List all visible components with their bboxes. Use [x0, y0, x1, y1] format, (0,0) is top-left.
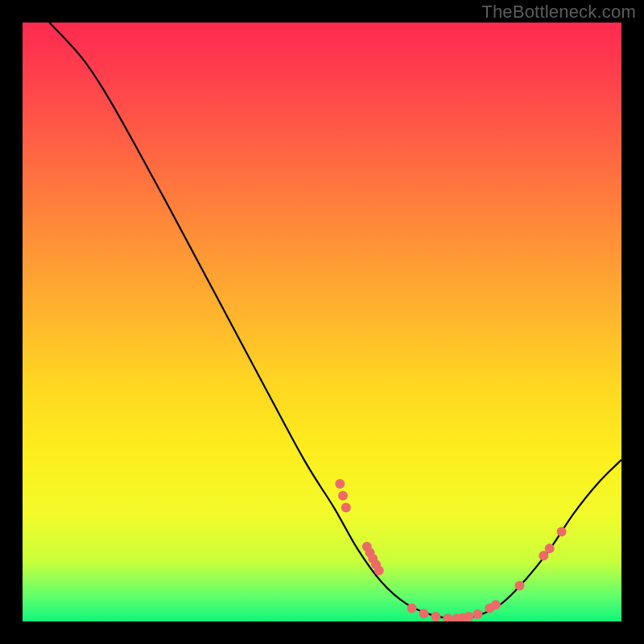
- curve-marker-dot: [419, 609, 429, 618]
- curve-marker-dot: [374, 566, 384, 576]
- curve-marker-dot: [335, 479, 345, 489]
- curve-marker-dot: [473, 609, 482, 619]
- bottleneck-curve: [50, 23, 622, 618]
- curve-marker-dot: [464, 612, 473, 621]
- curve-marker-dot: [341, 503, 351, 513]
- plot-area: [23, 23, 621, 621]
- curve-marker-dot: [515, 580, 525, 590]
- chart-frame: TheBottleneck.com: [0, 0, 644, 644]
- curve-marker-dot: [443, 613, 452, 621]
- curve-marker-dot: [431, 612, 440, 621]
- watermark-text: TheBottleneck.com: [481, 2, 636, 23]
- curve-marker-dot: [545, 543, 555, 553]
- curve-svg: [23, 23, 621, 621]
- curve-markers: [335, 479, 566, 621]
- curve-marker-dot: [338, 491, 348, 501]
- curve-marker-dot: [407, 604, 417, 613]
- curve-marker-dot: [491, 600, 501, 609]
- curve-marker-dot: [557, 526, 567, 536]
